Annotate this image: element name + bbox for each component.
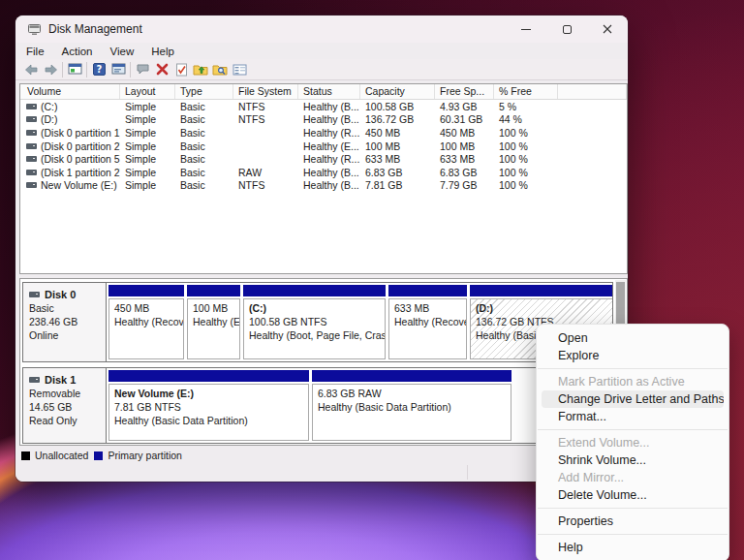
toolbar-separator (130, 62, 131, 78)
col-free-space[interactable]: Free Sp... (435, 84, 494, 99)
disk-1-info[interactable]: Disk 1 Removable 14.65 GB Read Only (23, 368, 107, 443)
menu-item-format[interactable]: Format... (542, 408, 724, 425)
volume-row[interactable]: (C:)SimpleBasicNTFSHealthy (B...100.58 G… (20, 100, 627, 113)
cell-free: 450 MB (435, 127, 494, 139)
folder-search-icon[interactable] (210, 61, 230, 78)
app-icon (28, 24, 41, 35)
desktop-wallpaper: Disk Management File Action View Help (0, 0, 744, 560)
toolbar: ? (16, 59, 628, 80)
col-file-system[interactable]: File System (233, 84, 298, 99)
folder-up-icon[interactable] (191, 61, 210, 78)
maximize-button[interactable] (546, 16, 587, 43)
cell-status: Healthy (B... (298, 101, 360, 112)
menu-item-shrink-volume[interactable]: Shrink Volume... (542, 451, 724, 469)
volume-row[interactable]: New Volume (E:)SimpleBasicNTFSHealthy (B… (20, 179, 627, 193)
svg-text:?: ? (96, 64, 102, 75)
titlebar[interactable]: Disk Management (16, 16, 628, 43)
menu-item-delete-volume[interactable]: Delete Volume... (542, 486, 724, 504)
col-pct-free[interactable]: % Free (494, 84, 558, 99)
cell-layout: Simple (120, 113, 175, 125)
unallocated-label: Unallocated (35, 450, 88, 461)
cell-type: Basic (175, 140, 233, 152)
menu-item-open[interactable]: Open (542, 329, 724, 347)
cell-capacity: 7.81 GB (360, 179, 435, 191)
col-capacity[interactable]: Capacity (360, 84, 435, 99)
disk-name: Disk 1 (45, 373, 76, 387)
details-view-icon[interactable] (230, 61, 249, 78)
menu-bar: File Action View Help (16, 43, 628, 59)
cell-layout: Simple (120, 127, 175, 139)
menu-item-explore[interactable]: Explore (542, 347, 724, 364)
col-type[interactable]: Type (175, 84, 233, 99)
cell-layout: Simple (120, 179, 175, 191)
volume-row[interactable]: (Disk 0 partition 5)SimpleBasicHealthy (… (20, 152, 627, 166)
disk-state: Read Only (29, 414, 106, 427)
back-icon[interactable] (21, 61, 41, 78)
partition-c[interactable]: (C:) 100.58 GB NTFS Healthy (Boot, Page … (243, 285, 386, 359)
cell-fs: NTFS (233, 113, 298, 125)
console-window-icon[interactable] (65, 61, 84, 78)
cell-type: Basic (175, 101, 233, 112)
volume-icon (26, 116, 37, 122)
volume-icon (26, 156, 37, 162)
menu-help[interactable]: Help (142, 46, 183, 57)
cell-volume: (D:) (20, 113, 120, 125)
partition-raw[interactable]: 6.83 GB RAW Healthy (Basic Data Partitio… (312, 370, 512, 441)
cell-layout: Simple (120, 153, 175, 165)
callout-icon[interactable] (133, 61, 152, 78)
partition-450mb[interactable]: 450 MB Healthy (Recov (108, 285, 184, 359)
help-icon[interactable]: ? (89, 61, 108, 78)
cell-pct: 100 % (494, 167, 558, 178)
menu-separator (538, 429, 728, 430)
cell-status: Healthy (B... (298, 113, 360, 125)
disk-name: Disk 0 (45, 288, 76, 301)
delete-icon[interactable] (152, 61, 171, 78)
cell-volume: (Disk 0 partition 5) (20, 153, 120, 165)
cell-capacity: 136.72 GB (360, 113, 435, 125)
cell-pct: 100 % (494, 140, 558, 152)
menu-item-help[interactable]: Help (542, 539, 724, 556)
menu-item-properties[interactable]: Properties (542, 513, 724, 530)
volume-list-pane: Volume Layout Type File System Status Ca… (19, 83, 628, 274)
volume-row[interactable]: (Disk 1 partition 2)SimpleBasicRAWHealth… (20, 166, 627, 179)
cell-volume: (Disk 1 partition 2) (20, 167, 120, 178)
cell-type: Basic (175, 153, 233, 165)
cell-capacity: 450 MB (360, 127, 435, 139)
disk-icon (29, 292, 40, 297)
close-icon (603, 24, 612, 34)
menu-item-change-drive-letter[interactable]: Change Drive Letter and Paths... (542, 390, 724, 408)
volume-row[interactable]: (Disk 0 partition 2)SimpleBasicHealthy (… (20, 140, 627, 153)
cell-status: Healthy (E... (298, 140, 360, 152)
col-volume[interactable]: Volume (20, 84, 120, 99)
cell-capacity: 6.83 GB (360, 167, 435, 178)
cell-layout: Simple (120, 101, 175, 112)
minimize-button[interactable] (506, 16, 546, 43)
close-button[interactable] (587, 16, 628, 43)
partition-633mb[interactable]: 633 MB Healthy (Recove (388, 285, 467, 359)
col-status[interactable]: Status (298, 84, 360, 99)
disk-kind: Basic (29, 301, 106, 315)
volume-row[interactable]: (D:)SimpleBasicNTFSHealthy (B...136.72 G… (20, 113, 627, 127)
cell-pct: 5 % (494, 101, 558, 112)
check-document-icon[interactable] (171, 61, 191, 78)
menu-file[interactable]: File (16, 46, 53, 57)
partition-100mb[interactable]: 100 MB Healthy (EF (187, 285, 240, 359)
primary-partition-swatch (94, 451, 103, 460)
cell-type: Basic (175, 167, 233, 178)
disk-1-row: Disk 1 Removable 14.65 GB Read Only New … (22, 367, 613, 444)
cell-volume: (Disk 0 partition 2) (20, 140, 120, 152)
properties-window-icon[interactable] (108, 61, 128, 78)
volume-icon (26, 130, 37, 136)
cell-free: 7.79 GB (435, 179, 494, 191)
volume-row[interactable]: (Disk 0 partition 1)SimpleBasicHealthy (… (20, 126, 627, 140)
col-layout[interactable]: Layout (120, 84, 175, 99)
cell-capacity: 100.58 GB (360, 101, 435, 112)
menu-view[interactable]: View (102, 46, 143, 57)
partition-e[interactable]: New Volume (E:) 7.81 GB NTFS Healthy (Ba… (108, 370, 309, 441)
cell-fs: NTFS (233, 179, 298, 191)
forward-icon[interactable] (41, 61, 60, 78)
cell-status: Healthy (B... (298, 167, 360, 178)
disk-0-info[interactable]: Disk 0 Basic 238.46 GB Online (23, 283, 107, 361)
menu-action[interactable]: Action (53, 46, 102, 57)
disk-kind: Removable (29, 387, 106, 400)
